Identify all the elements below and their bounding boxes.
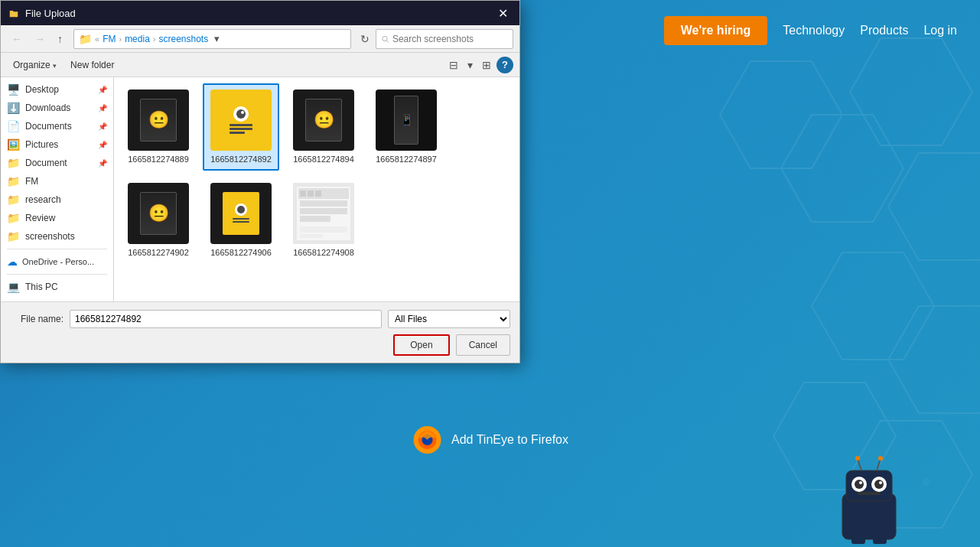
firefox-banner: Add TinEye to Firefox (412, 425, 568, 455)
minion-face-svg (222, 97, 260, 143)
file-thumb-1: 😐 (128, 90, 189, 151)
pin-icon-documents: 📌 (98, 122, 107, 131)
file-name-5: 1665812274902 (128, 247, 189, 258)
sidebar-item-label-onedrive: OneDrive - Perso... (22, 257, 94, 266)
file-name-7: 1665812274908 (293, 247, 354, 258)
svg-point-44 (237, 206, 245, 213)
research-folder-icon: 📁 (7, 194, 21, 206)
sidebar-item-pictures[interactable]: 🖼️ Pictures 📌 (1, 135, 113, 154)
robot-svg (819, 455, 919, 547)
svg-rect-56 (300, 234, 323, 238)
sidebar-item-this-pc[interactable]: 💻 This PC (1, 278, 113, 296)
svg-rect-51 (315, 190, 321, 197)
svg-rect-50 (308, 190, 314, 197)
file-name-4: 1665812274897 (376, 154, 437, 164)
dialog-bottom: File name: All Files Open Cancel (1, 301, 519, 363)
sidebar-item-research[interactable]: 📁 research (1, 190, 113, 209)
svg-point-25 (879, 481, 882, 484)
svg-point-23 (874, 480, 884, 489)
view-dropdown-button[interactable]: ▾ (464, 57, 477, 73)
document-folder-icon: 📁 (7, 157, 21, 169)
svg-line-26 (858, 459, 861, 470)
organize-bar: Organize ▾ New folder ⊟ ▾ ⊞ ? (1, 53, 519, 77)
downloads-icon: ⬇️ (7, 102, 21, 114)
file-item-3[interactable]: 😐 1665812274894 (285, 83, 362, 171)
sidebar-item-documents[interactable]: 📄 Documents 📌 (1, 117, 113, 135)
svg-line-34 (387, 41, 389, 43)
sidebar-item-review[interactable]: 📁 Review (1, 209, 113, 227)
dialog-toolbar: ← → ↑ 📁 « FM › media › screenshots ▾ ↻ (1, 25, 519, 53)
file-name-2: 1665812274892 (210, 154, 272, 164)
sidebar-separator2 (7, 274, 107, 275)
products-link[interactable]: Products (860, 24, 908, 37)
sidebar-item-label-document: Document (25, 158, 67, 168)
svg-rect-45 (233, 218, 249, 220)
sidebar-bottom-space (1, 296, 113, 301)
help-button[interactable]: ? (497, 57, 513, 73)
path-dropdown-button[interactable]: ▾ (211, 33, 223, 44)
tineye-nav: We're hiring Technology Products Log in (664, 16, 957, 45)
svg-rect-30 (858, 492, 881, 495)
dialog-actions: Open Cancel (10, 334, 510, 356)
new-folder-button[interactable]: New folder (64, 57, 120, 73)
back-button[interactable]: ← (7, 30, 27, 48)
up-button[interactable]: ↑ (53, 30, 67, 48)
sidebar-item-desktop[interactable]: 🖥️ Desktop 📌 (1, 80, 113, 99)
dialog-search-input[interactable] (392, 34, 508, 44)
svg-rect-55 (300, 226, 347, 233)
layout-button[interactable]: ⊞ (478, 57, 495, 73)
svg-rect-32 (873, 538, 887, 544)
login-link[interactable]: Log in (923, 24, 957, 37)
organize-button[interactable]: Organize ▾ (7, 57, 63, 73)
file-item-1[interactable]: 😐 1665812274889 (120, 83, 197, 171)
svg-line-28 (877, 459, 881, 470)
review-folder-icon: 📁 (7, 212, 21, 224)
filename-input[interactable] (70, 310, 382, 328)
path-folder-icon: 📁 (79, 33, 92, 45)
fm-folder-icon: 📁 (7, 175, 21, 187)
sidebar-item-label-documents: Documents (25, 121, 72, 132)
svg-rect-52 (300, 200, 347, 207)
sidebar-item-label-review: Review (25, 213, 55, 223)
view-toggle-button[interactable]: ⊟ (445, 57, 462, 73)
file-name-1: 1665812274889 (128, 154, 189, 164)
sidebar-item-label-desktop: Desktop (25, 84, 59, 95)
sidebar-item-document[interactable]: 📁 Document 📌 (1, 154, 113, 172)
path-part-fm[interactable]: FM (103, 34, 116, 44)
svg-rect-39 (230, 124, 252, 126)
sidebar-item-label-this-pc: This PC (25, 282, 58, 292)
file-item-4[interactable]: 📱 1665812274897 (368, 83, 444, 171)
search-box-icon (381, 34, 389, 44)
robot-mascot (819, 455, 919, 547)
documents-icon: 📄 (7, 120, 21, 132)
path-part-media[interactable]: media (125, 34, 150, 44)
sidebar-item-onedrive[interactable]: ☁ OneDrive - Perso... (1, 252, 113, 271)
sidebar-item-label-fm: FM (25, 176, 38, 187)
sidebar-item-downloads[interactable]: ⬇️ Downloads 📌 (1, 99, 113, 117)
svg-point-38 (241, 111, 244, 114)
svg-point-8 (923, 478, 930, 486)
filetype-select[interactable]: All Files (388, 310, 510, 328)
file-item-5[interactable]: 😐 1665812274902 (120, 177, 197, 264)
sidebar-item-fm[interactable]: 📁 FM (1, 172, 113, 190)
file-thumb-2 (210, 90, 272, 151)
refresh-button[interactable]: ↻ (357, 30, 373, 48)
computer-icon: 💻 (7, 281, 21, 293)
dialog-close-button[interactable]: ✕ (493, 4, 512, 22)
technology-link[interactable]: Technology (783, 24, 845, 37)
hiring-button[interactable]: We're hiring (664, 16, 768, 45)
file-item-2[interactable]: 1665812274892 (203, 83, 279, 171)
firefox-banner-label: Add TinEye to Firefox (451, 433, 568, 447)
file-thumb-4: 📱 (376, 90, 437, 151)
pin-icon-document: 📌 (98, 159, 107, 168)
sidebar-item-screenshots[interactable]: 📁 screenshots (1, 227, 113, 246)
file-item-7[interactable]: 1665812274908 (285, 177, 362, 264)
forward-button[interactable]: → (30, 30, 50, 48)
file-grid-area: 😐 1665812274889 (114, 77, 519, 301)
file-name-3: 1665812274894 (293, 154, 354, 164)
open-button[interactable]: Open (393, 334, 449, 356)
desktop-icon: 🖥️ (7, 83, 21, 96)
cancel-button[interactable]: Cancel (456, 334, 510, 356)
path-part-screenshots[interactable]: screenshots (158, 34, 208, 44)
file-item-6[interactable]: 1665812274906 (203, 177, 279, 264)
